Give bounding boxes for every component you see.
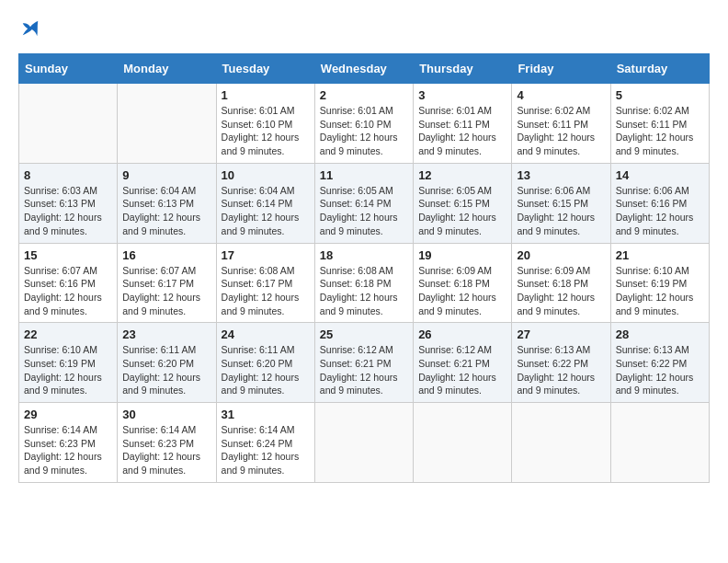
day-number: 14 xyxy=(616,168,704,182)
week-row-3: 15 Sunrise: 6:07 AMSunset: 6:16 PMDaylig… xyxy=(19,243,710,323)
day-number: 18 xyxy=(320,248,408,262)
day-number: 4 xyxy=(517,88,605,102)
week-row-4: 22 Sunrise: 6:10 AMSunset: 6:19 PMDaylig… xyxy=(19,323,710,403)
day-number: 5 xyxy=(616,88,704,102)
empty-cell xyxy=(512,403,610,483)
day-number: 24 xyxy=(222,327,310,341)
day-number: 11 xyxy=(320,168,408,182)
day-info: Sunrise: 6:14 AMSunset: 6:23 PMDaylight:… xyxy=(24,424,102,476)
day-cell-28: 28 Sunrise: 6:13 AMSunset: 6:22 PMDaylig… xyxy=(610,323,709,403)
day-cell-31: 31 Sunrise: 6:14 AMSunset: 6:24 PMDaylig… xyxy=(216,403,314,483)
day-number: 25 xyxy=(320,327,408,341)
day-number: 8 xyxy=(24,168,112,182)
day-info: Sunrise: 6:04 AMSunset: 6:14 PMDaylight:… xyxy=(222,185,300,236)
day-info: Sunrise: 6:14 AMSunset: 6:23 PMDaylight:… xyxy=(122,424,200,476)
day-number: 30 xyxy=(122,408,210,421)
day-number: 17 xyxy=(222,248,310,262)
day-number: 26 xyxy=(418,327,506,341)
header-cell-wednesday: Wednesday xyxy=(314,54,413,84)
day-cell-5: 5 Sunrise: 6:02 AMSunset: 6:11 PMDayligh… xyxy=(610,84,709,164)
day-cell-20: 20 Sunrise: 6:09 AMSunset: 6:18 PMDaylig… xyxy=(512,243,610,323)
day-cell-4: 4 Sunrise: 6:02 AMSunset: 6:11 PMDayligh… xyxy=(512,84,610,164)
day-cell-1: 1 Sunrise: 6:01 AMSunset: 6:10 PMDayligh… xyxy=(216,84,314,164)
day-number: 21 xyxy=(616,248,704,262)
day-info: Sunrise: 6:06 AMSunset: 6:16 PMDaylight:… xyxy=(616,185,694,236)
day-cell-13: 13 Sunrise: 6:06 AMSunset: 6:15 PMDaylig… xyxy=(512,163,610,243)
day-info: Sunrise: 6:12 AMSunset: 6:21 PMDaylight:… xyxy=(320,344,398,396)
day-cell-29: 29 Sunrise: 6:14 AMSunset: 6:23 PMDaylig… xyxy=(19,403,118,483)
day-cell-15: 15 Sunrise: 6:07 AMSunset: 6:16 PMDaylig… xyxy=(19,243,118,323)
day-cell-16: 16 Sunrise: 6:07 AMSunset: 6:17 PMDaylig… xyxy=(118,243,216,323)
day-cell-21: 21 Sunrise: 6:10 AMSunset: 6:19 PMDaylig… xyxy=(610,243,709,323)
day-cell-19: 19 Sunrise: 6:09 AMSunset: 6:18 PMDaylig… xyxy=(414,243,512,323)
day-info: Sunrise: 6:13 AMSunset: 6:22 PMDaylight:… xyxy=(616,344,694,396)
day-info: Sunrise: 6:10 AMSunset: 6:19 PMDaylight:… xyxy=(24,344,102,396)
day-number: 3 xyxy=(418,88,506,102)
day-info: Sunrise: 6:13 AMSunset: 6:22 PMDaylight:… xyxy=(517,344,595,396)
day-number: 12 xyxy=(418,168,506,182)
day-info: Sunrise: 6:12 AMSunset: 6:21 PMDaylight:… xyxy=(418,344,496,396)
empty-cell xyxy=(118,84,216,164)
day-info: Sunrise: 6:11 AMSunset: 6:20 PMDaylight:… xyxy=(122,344,200,396)
day-info: Sunrise: 6:01 AMSunset: 6:10 PMDaylight:… xyxy=(320,105,398,156)
page-header xyxy=(18,18,710,39)
day-info: Sunrise: 6:04 AMSunset: 6:13 PMDaylight:… xyxy=(122,185,200,236)
day-cell-10: 10 Sunrise: 6:04 AMSunset: 6:14 PMDaylig… xyxy=(216,163,314,243)
day-info: Sunrise: 6:14 AMSunset: 6:24 PMDaylight:… xyxy=(222,424,300,476)
header-row: SundayMondayTuesdayWednesdayThursdayFrid… xyxy=(19,54,710,84)
logo-bird-icon xyxy=(20,18,40,39)
empty-cell xyxy=(414,403,512,483)
week-row-2: 8 Sunrise: 6:03 AMSunset: 6:13 PMDayligh… xyxy=(19,163,710,243)
day-cell-30: 30 Sunrise: 6:14 AMSunset: 6:23 PMDaylig… xyxy=(118,403,216,483)
day-info: Sunrise: 6:06 AMSunset: 6:15 PMDaylight:… xyxy=(517,185,595,236)
day-cell-17: 17 Sunrise: 6:08 AMSunset: 6:17 PMDaylig… xyxy=(216,243,314,323)
day-info: Sunrise: 6:02 AMSunset: 6:11 PMDaylight:… xyxy=(517,105,595,156)
day-cell-12: 12 Sunrise: 6:05 AMSunset: 6:15 PMDaylig… xyxy=(414,163,512,243)
calendar-table: SundayMondayTuesdayWednesdayThursdayFrid… xyxy=(18,53,710,483)
day-info: Sunrise: 6:11 AMSunset: 6:20 PMDaylight:… xyxy=(222,344,300,396)
day-info: Sunrise: 6:01 AMSunset: 6:11 PMDaylight:… xyxy=(418,105,496,156)
day-cell-11: 11 Sunrise: 6:05 AMSunset: 6:14 PMDaylig… xyxy=(314,163,413,243)
day-info: Sunrise: 6:07 AMSunset: 6:16 PMDaylight:… xyxy=(24,265,102,316)
day-info: Sunrise: 6:08 AMSunset: 6:18 PMDaylight:… xyxy=(320,265,398,316)
calendar-header: SundayMondayTuesdayWednesdayThursdayFrid… xyxy=(19,54,710,84)
day-number: 22 xyxy=(24,327,112,341)
day-cell-8: 8 Sunrise: 6:03 AMSunset: 6:13 PMDayligh… xyxy=(19,163,118,243)
header-cell-friday: Friday xyxy=(512,54,610,84)
day-info: Sunrise: 6:10 AMSunset: 6:19 PMDaylight:… xyxy=(616,265,694,316)
header-cell-saturday: Saturday xyxy=(610,54,709,84)
day-info: Sunrise: 6:02 AMSunset: 6:11 PMDaylight:… xyxy=(616,105,694,156)
day-cell-3: 3 Sunrise: 6:01 AMSunset: 6:11 PMDayligh… xyxy=(414,84,512,164)
day-number: 27 xyxy=(517,327,605,341)
day-cell-18: 18 Sunrise: 6:08 AMSunset: 6:18 PMDaylig… xyxy=(314,243,413,323)
day-cell-22: 22 Sunrise: 6:10 AMSunset: 6:19 PMDaylig… xyxy=(19,323,118,403)
day-number: 23 xyxy=(122,327,210,341)
day-cell-26: 26 Sunrise: 6:12 AMSunset: 6:21 PMDaylig… xyxy=(414,323,512,403)
empty-cell xyxy=(19,84,118,164)
day-number: 9 xyxy=(122,168,210,182)
header-cell-sunday: Sunday xyxy=(19,54,118,84)
header-cell-tuesday: Tuesday xyxy=(216,54,314,84)
day-cell-25: 25 Sunrise: 6:12 AMSunset: 6:21 PMDaylig… xyxy=(314,323,413,403)
day-number: 10 xyxy=(222,168,310,182)
empty-cell xyxy=(314,403,413,483)
day-cell-14: 14 Sunrise: 6:06 AMSunset: 6:16 PMDaylig… xyxy=(610,163,709,243)
header-cell-monday: Monday xyxy=(118,54,216,84)
day-number: 19 xyxy=(418,248,506,262)
day-number: 29 xyxy=(24,408,112,421)
day-info: Sunrise: 6:05 AMSunset: 6:14 PMDaylight:… xyxy=(320,185,398,236)
day-number: 20 xyxy=(517,248,605,262)
day-number: 1 xyxy=(222,88,310,102)
day-number: 16 xyxy=(122,248,210,262)
day-cell-27: 27 Sunrise: 6:13 AMSunset: 6:22 PMDaylig… xyxy=(512,323,610,403)
day-number: 15 xyxy=(24,248,112,262)
day-number: 13 xyxy=(517,168,605,182)
day-number: 31 xyxy=(222,408,310,421)
day-number: 2 xyxy=(320,88,408,102)
day-cell-23: 23 Sunrise: 6:11 AMSunset: 6:20 PMDaylig… xyxy=(118,323,216,403)
calendar-body: 1 Sunrise: 6:01 AMSunset: 6:10 PMDayligh… xyxy=(19,84,710,483)
day-cell-9: 9 Sunrise: 6:04 AMSunset: 6:13 PMDayligh… xyxy=(118,163,216,243)
week-row-1: 1 Sunrise: 6:01 AMSunset: 6:10 PMDayligh… xyxy=(19,84,710,164)
day-info: Sunrise: 6:09 AMSunset: 6:18 PMDaylight:… xyxy=(418,265,496,316)
day-info: Sunrise: 6:08 AMSunset: 6:17 PMDaylight:… xyxy=(222,265,300,316)
